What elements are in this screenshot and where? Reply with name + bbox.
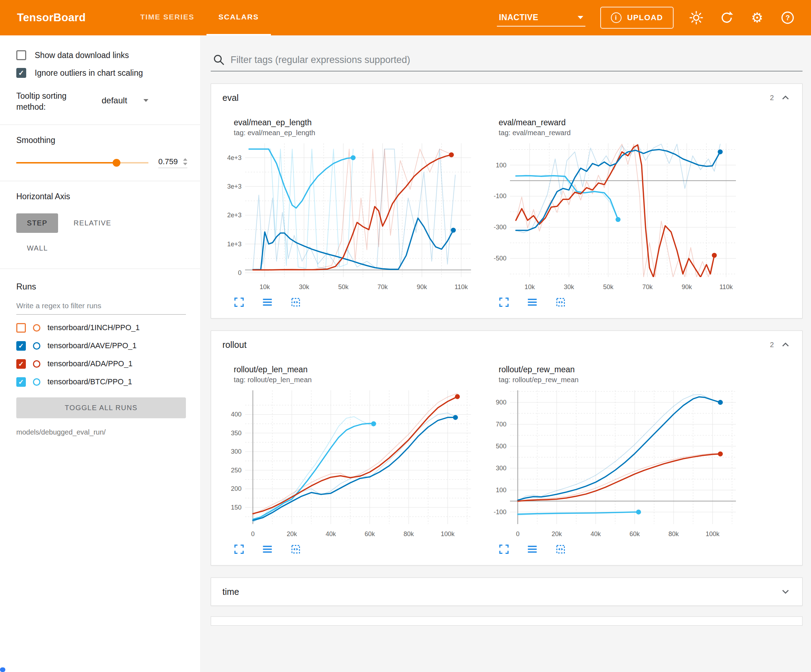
status-label: INACTIVE	[499, 13, 538, 22]
eval-mean-ep-length-chart[interactable]: 10k30k50k70k90k110k01e+32e+33e+34e+3	[222, 138, 477, 296]
show-download-links-row[interactable]: ✓ Show data download links	[16, 50, 186, 60]
help-button[interactable]: ?	[780, 10, 796, 25]
runs-title: Runs	[16, 282, 200, 291]
axis-wall-button[interactable]: WALL	[16, 239, 58, 258]
divider	[0, 181, 200, 181]
tab-time-series[interactable]: TIME SERIES	[128, 0, 207, 36]
eval-mean-reward-chart[interactable]: 10k30k50k70k90k110k100-100-300-500	[487, 138, 741, 296]
smoothing-slider-thumb[interactable]	[113, 159, 120, 167]
tooltip-sorting-select[interactable]: default	[101, 91, 149, 108]
check-icon: ✓	[19, 379, 24, 385]
run-checkbox-aave[interactable]: ✓	[16, 341, 26, 351]
run-color-swatch[interactable]	[33, 324, 41, 332]
svg-text:-300: -300	[494, 223, 506, 231]
chevron-down-icon	[143, 99, 148, 102]
expand-chart-button[interactable]	[497, 296, 511, 309]
ignore-outliers-checkbox[interactable]: ✓	[16, 68, 26, 78]
refresh-button[interactable]	[719, 10, 735, 25]
chevron-down-icon	[578, 16, 583, 19]
view-data-button[interactable]	[526, 296, 539, 309]
svg-text:-500: -500	[494, 255, 506, 262]
check-icon: ✓	[19, 342, 24, 349]
svg-text:40k: 40k	[590, 530, 601, 538]
settings-button[interactable]: ⚙	[749, 10, 765, 25]
svg-text:-100: -100	[494, 508, 506, 516]
chart-tag: tag: eval/mean_reward	[499, 129, 741, 137]
axis-step-button[interactable]: STEP	[16, 213, 58, 233]
svg-text:100: 100	[496, 487, 506, 494]
stepper-down-icon[interactable]	[183, 163, 187, 165]
scrollbar-thumb[interactable]	[0, 667, 5, 672]
section-title: rollout	[222, 340, 770, 350]
svg-text:10k: 10k	[260, 283, 270, 291]
run-row: ✓ tensorboard/AAVE/PPO_1	[16, 341, 190, 351]
smoothing-value-input[interactable]	[158, 157, 183, 166]
chart-tag: tag: rollout/ep_rew_mean	[499, 376, 741, 384]
run-label: tensorboard/ADA/PPO_1	[48, 359, 132, 368]
svg-text:90k: 90k	[417, 283, 428, 291]
tab-scalars[interactable]: SCALARS	[207, 0, 271, 36]
run-checkbox-ada[interactable]: ✓	[16, 359, 26, 369]
run-label: tensorboard/BTC/PPO_1	[48, 377, 132, 386]
view-data-button[interactable]	[526, 542, 539, 556]
tag-filter-input[interactable]	[231, 54, 800, 66]
svg-text:100: 100	[496, 162, 506, 169]
runs-log-directory: models/debugged_eval_run/	[16, 428, 200, 436]
section-title: eval	[222, 93, 770, 103]
chevron-down-icon[interactable]	[780, 586, 791, 597]
section-title: time	[222, 587, 774, 597]
smoothing-stepper[interactable]	[183, 158, 187, 165]
svg-text:400: 400	[231, 411, 241, 418]
run-color-swatch[interactable]	[33, 342, 41, 350]
svg-text:700: 700	[496, 421, 506, 428]
view-data-button[interactable]	[261, 542, 274, 556]
svg-text:?: ?	[786, 14, 790, 22]
status-dropdown[interactable]: INACTIVE	[497, 9, 585, 27]
chevron-up-icon[interactable]	[780, 339, 791, 350]
run-label: tensorboard/AAVE/PPO_1	[48, 342, 137, 350]
fit-domain-button[interactable]	[289, 542, 302, 556]
smoothing-slider[interactable]	[16, 162, 148, 164]
fit-domain-button[interactable]	[554, 542, 567, 556]
rollout-ep-len-mean-chart[interactable]: 020k40k60k80k100k150200250300350400	[222, 385, 477, 542]
scalars-dashboard: eval 2 eval/mean_ep_length tag: eval/mea…	[200, 36, 811, 672]
section-header-time[interactable]: time	[211, 578, 802, 606]
brightness-icon	[689, 11, 703, 24]
fit-domain-button[interactable]	[289, 296, 302, 309]
fit-domain-icon	[290, 296, 301, 308]
chart-tag: tag: rollout/ep_len_mean	[234, 376, 477, 384]
upload-label: UPLOAD	[627, 13, 663, 22]
rollout-ep-rew-mean-chart[interactable]: 020k40k60k80k100k-100100300500700900	[487, 385, 741, 542]
run-checkbox-1inch[interactable]: ✓	[16, 323, 26, 333]
section-chart-count: 2	[770, 341, 774, 349]
view-data-button[interactable]	[261, 296, 274, 309]
fit-domain-button[interactable]	[554, 296, 567, 309]
toggle-all-runs-button[interactable]: TOGGLE ALL RUNS	[16, 398, 186, 418]
runs-filter-input[interactable]	[16, 301, 186, 310]
svg-text:30k: 30k	[299, 283, 309, 291]
expand-chart-button[interactable]	[232, 296, 246, 309]
svg-text:70k: 70k	[378, 283, 388, 291]
run-color-swatch[interactable]	[33, 360, 41, 368]
runs-filter-bar	[16, 300, 186, 315]
expand-chart-button[interactable]	[497, 542, 511, 556]
svg-text:500: 500	[496, 443, 506, 450]
section-header-eval[interactable]: eval 2	[211, 84, 802, 112]
chart-title: eval/mean_reward	[499, 118, 741, 127]
section-header-rollout[interactable]: rollout 2	[211, 331, 802, 359]
stepper-up-icon[interactable]	[183, 158, 187, 161]
show-download-links-checkbox[interactable]: ✓	[16, 50, 26, 60]
run-color-swatch[interactable]	[33, 378, 41, 386]
chevron-up-icon[interactable]	[780, 92, 791, 103]
svg-text:40k: 40k	[326, 530, 336, 538]
refresh-icon	[720, 11, 733, 24]
run-checkbox-btc[interactable]: ✓	[16, 377, 26, 387]
axis-relative-button[interactable]: RELATIVE	[63, 213, 122, 233]
expand-chart-button[interactable]	[232, 542, 246, 556]
svg-text:70k: 70k	[642, 283, 653, 291]
brightness-toggle-button[interactable]	[689, 10, 704, 25]
ignore-outliers-row[interactable]: ✓ Ignore outliers in chart scaling	[16, 68, 186, 78]
divider	[0, 269, 200, 269]
search-icon	[213, 54, 225, 66]
upload-button[interactable]: i UPLOAD	[600, 7, 674, 29]
